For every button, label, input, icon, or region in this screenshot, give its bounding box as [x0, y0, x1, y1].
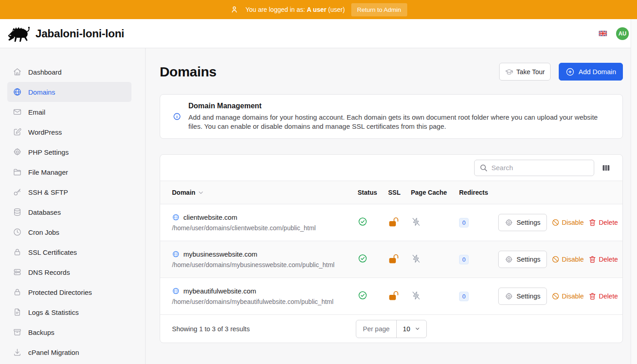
main-content: Domains Take Tour Add Domain: [146, 48, 637, 364]
sidebar: DashboardDomainsEmailWordPressPHP Settin…: [0, 48, 146, 364]
domain-name[interactable]: mybusinesswebsite.com: [183, 250, 258, 258]
ssl-unlocked-icon: [388, 216, 399, 228]
status-enabled-icon: [358, 253, 368, 263]
domain-name[interactable]: clientwebsite.com: [183, 213, 237, 221]
globe-icon: [13, 87, 22, 96]
settings-button[interactable]: Settings: [498, 251, 546, 268]
sidebar-item-backups[interactable]: Backups: [7, 322, 131, 342]
lock-icon: [13, 288, 22, 297]
edit-icon: [13, 127, 22, 136]
domain-name[interactable]: mybeautifulwebsite.com: [183, 287, 256, 295]
domain-path: /home/user/domains/mybusinesswebsite.com…: [172, 261, 358, 268]
per-page-control: Per page 10: [356, 320, 427, 338]
user-icon: [230, 5, 239, 14]
sort-chevron-icon: [197, 189, 204, 196]
folder-icon: [13, 167, 22, 177]
info-card-body: Add and manage domains for your hosting …: [188, 113, 607, 131]
column-header-page-cache: Page Cache: [411, 189, 459, 196]
globe-icon: [172, 250, 180, 258]
search-icon: [479, 163, 488, 172]
brand[interactable]: Jabaloni-loni-loni: [7, 25, 124, 43]
page-cache-disabled-icon: [411, 217, 421, 227]
page-cache-disabled-icon: [411, 253, 421, 264]
trash-icon: [588, 255, 597, 263]
avatar[interactable]: AU: [616, 27, 629, 40]
sidebar-item-cron-jobs[interactable]: Cron Jobs: [7, 222, 131, 242]
domain-path: /home/user/domains/clientwebsite.com/pub…: [172, 224, 358, 232]
column-header-ssl: SSL: [388, 189, 411, 196]
status-enabled-icon: [358, 290, 368, 300]
settings-button[interactable]: Settings: [498, 214, 546, 231]
ssl-unlocked-icon: [388, 253, 399, 264]
boar-logo-icon: [7, 25, 31, 43]
disable-button[interactable]: Disable: [551, 255, 584, 263]
sidebar-item-email[interactable]: Email: [7, 102, 131, 122]
sidebar-item-dashboard[interactable]: Dashboard: [7, 62, 131, 82]
table-footer: Showing 1 to 3 of 3 results Per page 10: [160, 315, 622, 343]
sidebar-item-label: WordPress: [28, 128, 62, 136]
domain-path: /home/user/domains/mybeautifulwebsite.co…: [172, 298, 358, 305]
delete-button[interactable]: Delete: [588, 255, 618, 263]
top-bar: Jabaloni-loni-loni AU: [0, 19, 637, 48]
sidebar-item-label: Logs & Statistics: [28, 308, 79, 316]
redirects-badge[interactable]: 0: [459, 255, 469, 264]
ban-icon: [551, 292, 560, 300]
home-icon: [13, 67, 22, 76]
sidebar-item-label: Databases: [28, 208, 61, 216]
sidebar-item-databases[interactable]: Databases: [7, 202, 131, 222]
sidebar-item-ssh-sftp[interactable]: SSH & SFTP: [7, 182, 131, 202]
settings-button[interactable]: Settings: [498, 288, 546, 305]
disable-button[interactable]: Disable: [551, 218, 584, 227]
sidebar-item-label: Domains: [28, 88, 55, 96]
sidebar-item-protected-directories[interactable]: Protected Directories: [7, 282, 131, 302]
sidebar-item-label: Cron Jobs: [28, 228, 59, 236]
brand-name: Jabaloni-loni-loni: [35, 27, 124, 40]
gear-icon: [505, 292, 513, 301]
archive-icon: [13, 328, 22, 337]
document-icon: [13, 308, 22, 317]
info-icon: [173, 112, 181, 121]
sidebar-item-php-settings[interactable]: PHP Settings: [7, 142, 131, 162]
search-input[interactable]: [474, 160, 594, 176]
uk-flag-icon[interactable]: [599, 30, 607, 36]
database-icon: [13, 207, 22, 217]
results-summary: Showing 1 to 3 of 3 results: [172, 325, 356, 333]
sidebar-item-file-manager[interactable]: File Manager: [7, 162, 131, 182]
sidebar-item-wordpress[interactable]: WordPress: [7, 122, 131, 142]
columns-icon: [602, 164, 610, 172]
domain-row: mybeautifulwebsite.com /home/user/domain…: [160, 278, 622, 315]
sidebar-item-ssl-certificates[interactable]: SSL Certificates: [7, 242, 131, 262]
chevron-down-icon: [415, 326, 420, 332]
sidebar-item-domains[interactable]: Domains: [7, 82, 131, 102]
toggle-columns-button[interactable]: [602, 164, 610, 172]
info-card: Domain Management Add and manage domains…: [160, 94, 623, 139]
sidebar-item-label: File Manager: [28, 168, 68, 176]
sidebar-item-logs-statistics[interactable]: Logs & Statistics: [7, 302, 131, 322]
sidebar-item-dns-records[interactable]: DNS Records: [7, 262, 131, 282]
sidebar-item-cpanel-migration[interactable]: cPanel Migration: [7, 342, 131, 362]
add-domain-button[interactable]: Add Domain: [559, 63, 623, 81]
take-tour-button[interactable]: Take Tour: [499, 63, 551, 81]
gear-icon: [505, 255, 513, 264]
column-header-domain[interactable]: Domain: [160, 189, 358, 196]
scrollbar-track[interactable]: [631, 19, 637, 364]
key-icon: [13, 187, 22, 197]
per-page-select[interactable]: 10: [397, 320, 426, 338]
redirects-badge[interactable]: 0: [459, 218, 469, 228]
gear-icon: [13, 147, 22, 157]
sidebar-item-label: cPanel Migration: [28, 349, 79, 356]
lock-icon: [13, 248, 22, 257]
column-header-status: Status: [358, 189, 388, 196]
per-page-label: Per page: [356, 320, 397, 338]
return-to-admin-button[interactable]: Return to Admin: [351, 3, 407, 16]
delete-button[interactable]: Delete: [588, 218, 618, 227]
globe-icon: [172, 287, 180, 295]
redirects-badge[interactable]: 0: [459, 292, 469, 301]
globe-icon: [172, 213, 180, 221]
delete-button[interactable]: Delete: [588, 292, 618, 300]
gear-icon: [505, 218, 513, 227]
ban-icon: [551, 255, 560, 263]
search-box: [474, 160, 594, 176]
domain-row: mybusinesswebsite.com /home/user/domains…: [160, 241, 622, 278]
disable-button[interactable]: Disable: [551, 292, 584, 300]
